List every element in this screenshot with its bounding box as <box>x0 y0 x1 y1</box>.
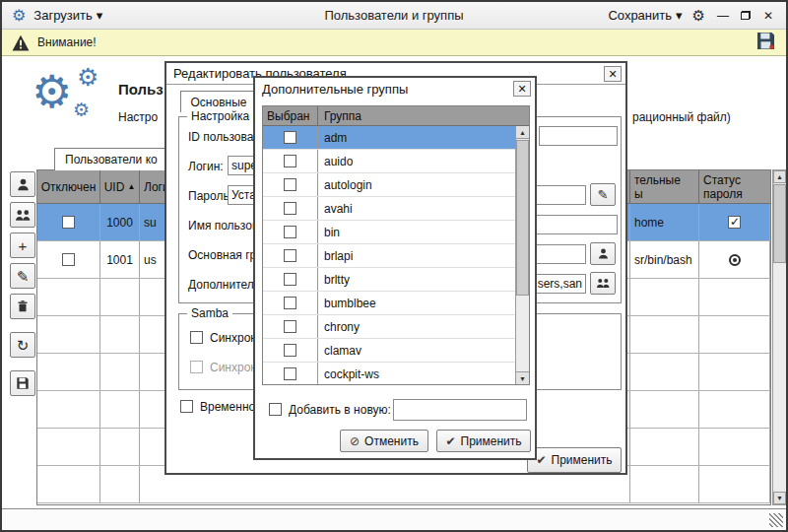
settings-gear-icon[interactable]: ⚙ <box>692 8 705 23</box>
disabled-checkbox[interactable] <box>62 253 75 266</box>
groups-dialog-title: Дополнительные группы <box>255 78 535 100</box>
cell-uid: 1000 <box>100 204 140 240</box>
close-icon[interactable]: ✕ <box>513 81 531 97</box>
col-uid[interactable]: UID ▲ <box>100 170 140 203</box>
resize-grip-icon[interactable] <box>769 513 783 527</box>
col-password-status[interactable]: Статус пароля <box>699 170 770 203</box>
cancel-label: Отменить <box>364 434 419 448</box>
page-subtitle-right: рационный файл) <box>632 110 731 124</box>
delete-user-button[interactable] <box>10 294 35 319</box>
refresh-icon: ↻ <box>17 338 30 353</box>
group-checkbox[interactable] <box>284 202 296 215</box>
samba-sync-checkbox[interactable] <box>190 331 203 344</box>
col-selected: Выбран <box>263 106 318 125</box>
group-name: clamav <box>318 339 515 362</box>
group-checkbox[interactable] <box>284 367 296 380</box>
sort-asc-icon: ▲ <box>127 182 135 191</box>
vertical-scrollbar[interactable]: ▲ ▼ <box>772 169 787 505</box>
uid-input[interactable] <box>539 126 618 146</box>
group-row[interactable]: chrony <box>263 315 515 339</box>
groups-table-header: Выбран Группа <box>263 106 529 126</box>
group-checkbox[interactable] <box>284 178 296 191</box>
save-menu-button[interactable]: Сохранить ▾ <box>608 8 682 23</box>
warning-bar: Внимание! <box>2 30 786 56</box>
add-new-group-checkbox[interactable] <box>269 403 282 416</box>
cell-extra: sr/bin/bash <box>630 241 699 278</box>
group-row[interactable]: brlapi <box>263 244 515 268</box>
apply-button[interactable]: ✔ Применить <box>436 430 531 452</box>
check-icon: ✔ <box>445 434 455 448</box>
cell-extra: home <box>630 204 699 240</box>
group-row[interactable]: autologin <box>263 173 515 197</box>
group-row[interactable]: adm <box>263 126 515 150</box>
group-checkbox[interactable] <box>284 344 296 357</box>
group-row[interactable]: auido <box>263 150 515 173</box>
group-checkbox[interactable] <box>284 226 296 238</box>
add-new-group-label: Добавить в новую: <box>289 403 391 417</box>
users-group-icon <box>15 208 32 223</box>
group-row[interactable]: avahi <box>263 197 515 221</box>
group-row[interactable]: cockpit-ws <box>263 363 515 385</box>
group-checkbox[interactable] <box>284 155 296 167</box>
password-status-radio[interactable] <box>729 254 741 266</box>
tab-users-label: Пользователи ко <box>65 153 158 166</box>
col-extra-groups[interactable]: тельные ы <box>630 170 699 203</box>
group-checkbox[interactable] <box>284 273 296 286</box>
samba-sync2-checkbox[interactable] <box>190 361 203 373</box>
password-status-checkbox[interactable] <box>728 216 741 229</box>
refresh-button[interactable]: ↻ <box>10 332 35 358</box>
save-users-button[interactable] <box>10 370 35 396</box>
user-icon <box>597 247 610 260</box>
scrollbar-thumb[interactable] <box>516 140 529 296</box>
scroll-up-icon[interactable]: ▲ <box>516 126 529 139</box>
temp-checkbox[interactable] <box>180 400 193 413</box>
user-button[interactable] <box>10 171 35 197</box>
scroll-up-icon[interactable]: ▲ <box>773 170 786 183</box>
apply-button[interactable]: ✔ Применить <box>527 447 622 473</box>
page-title: Польз <box>118 81 164 98</box>
save-file-icon[interactable] <box>755 31 776 54</box>
password-label: Пароль: <box>188 189 232 203</box>
col-disabled[interactable]: Отключен <box>37 170 100 203</box>
group-row[interactable]: clamav <box>263 339 515 363</box>
warning-text: Внимание! <box>37 35 97 49</box>
close-button[interactable]: ✕ <box>760 10 776 22</box>
disabled-checkbox[interactable] <box>62 216 75 229</box>
groups-scrollbar[interactable]: ▲ ▼ <box>515 126 529 384</box>
groups-button[interactable] <box>10 202 35 228</box>
app-logo-gear-small-icon: ⚙ <box>77 65 98 90</box>
edit-password-button[interactable]: ✎ <box>590 183 616 206</box>
statusbar <box>2 508 786 530</box>
group-row[interactable]: brltty <box>263 268 515 292</box>
maximize-icon[interactable] <box>741 11 751 20</box>
group-row[interactable]: bin <box>263 221 515 244</box>
group-name: cockpit-ws <box>318 363 515 385</box>
user-icon <box>16 177 31 192</box>
load-menu-button[interactable]: Загрузить ▾ <box>33 8 102 23</box>
group-checkbox[interactable] <box>284 249 296 262</box>
pick-primary-group-button[interactable] <box>590 242 616 265</box>
new-group-input[interactable] <box>393 399 527 421</box>
users-group-icon <box>596 277 611 290</box>
scrollbar-thumb[interactable] <box>773 184 786 263</box>
warning-icon <box>12 34 30 51</box>
edit-user-button[interactable]: ✎ <box>10 263 35 289</box>
scroll-down-icon[interactable]: ▼ <box>516 371 529 384</box>
group-checkbox[interactable] <box>284 131 296 144</box>
cancel-button[interactable]: ⊘ Отменить <box>340 430 428 452</box>
close-icon[interactable]: ✕ <box>604 66 622 82</box>
group-name: chrony <box>318 315 515 338</box>
app-gear-icon: ⚙ <box>12 8 26 24</box>
add-user-button[interactable]: + <box>10 233 35 258</box>
group-row[interactable]: bumblbee <box>263 292 515 315</box>
tab-users[interactable]: Пользователи ко <box>54 148 172 170</box>
pick-extra-groups-button[interactable] <box>590 272 616 295</box>
group-name: brlapi <box>318 244 515 267</box>
scroll-down-icon[interactable]: ▼ <box>773 492 786 504</box>
group-checkbox[interactable] <box>284 320 296 333</box>
groups-table: Выбран Группа adm auido autologin avahi … <box>262 105 530 385</box>
group-checkbox[interactable] <box>284 297 296 309</box>
apply-label: Применить <box>461 434 522 448</box>
col-group: Группа <box>318 106 529 125</box>
minimize-button[interactable]: — <box>715 10 731 22</box>
